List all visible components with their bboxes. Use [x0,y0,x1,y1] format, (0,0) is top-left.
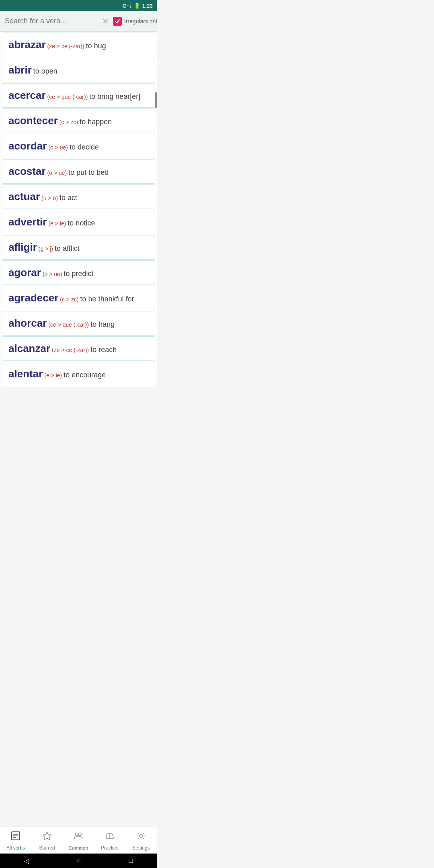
verb-translation: to act [59,194,77,202]
battery-icon: 🔋 [134,3,140,9]
clear-search-icon[interactable]: ✕ [102,16,109,26]
verb-item[interactable]: advertir(e > ie)to notice [2,210,155,234]
verb-item[interactable]: abrazar(ze > ce (-zar))to hug [2,33,155,57]
irregulars-filter: Irregulars only [113,17,157,26]
verb-translation: to predict [64,270,94,278]
verb-name: abrazar [8,39,46,51]
content-area: abrazar(ze > ce (-zar))to hugabrirto ope… [0,32,157,423]
verb-item[interactable]: alentar(e > ie)to encourage [2,362,155,386]
verb-translation: to open [33,67,57,76]
verb-irregularity: (ce > que (-car)) [47,94,88,100]
verb-item[interactable]: agorar(o > ue)to predict [2,260,155,285]
verb-translation: to decide [70,143,99,151]
verb-translation: to put to bed [68,168,108,177]
verb-item[interactable]: afligir(g > j)to afflict [2,235,155,260]
search-bar: ✕ Irregulars only [0,11,157,32]
verb-translation: to reach [90,346,117,354]
verb-translation: to encourage [63,371,106,379]
verb-item[interactable]: actuar(u > ú)to act [2,184,155,209]
verb-name: alentar [8,368,43,380]
verb-irregularity: (o > ue) [47,170,67,176]
verb-irregularity: (ce > que (-car)) [48,321,89,328]
time: 1:23 [142,3,153,9]
verb-name: agradecer [8,292,58,304]
status-icons: G↑↓ 🔋 1:23 [123,3,153,9]
verb-name: agorar [8,266,41,279]
verb-name: advertir [8,216,47,228]
scroll-indicator[interactable] [155,92,157,108]
verb-name: actuar [8,190,40,203]
verb-item[interactable]: acostar(o > ue)to put to bed [2,159,155,184]
verb-item[interactable]: abrirto open [2,58,155,82]
verb-irregularity: (o > ue) [48,144,68,151]
verb-translation: to be thankful for [80,295,134,303]
irregulars-label: Irregulars only [124,18,157,25]
verb-name: acontecer [8,115,58,127]
verb-item[interactable]: agradecer(c > zc)to be thankful for [2,286,155,310]
verb-name: acercar [8,89,46,102]
verb-irregularity: (e > ie) [48,220,66,227]
verb-name: ahorcar [8,317,47,330]
verb-name: afligir [8,241,37,254]
verb-list: abrazar(ze > ce (-zar))to hugabrirto ope… [0,32,157,387]
verb-name: abrir [8,64,32,76]
verb-translation: to afflict [55,244,80,253]
verb-irregularity: (ze > ce (-zar)) [52,347,89,353]
verb-item[interactable]: ahorcar(ce > que (-car))to hang [2,311,155,336]
signal-icon: G↑↓ [123,3,132,9]
verb-irregularity: (c > zc) [59,119,78,125]
verb-translation: to hug [86,42,106,50]
verb-item[interactable]: acordar(o > ue)to decide [2,134,155,158]
verb-name: acordar [8,140,47,152]
verb-irregularity: (u > ú) [41,195,58,201]
verb-name: alcanzar [8,342,50,355]
verb-translation: to happen [80,118,112,126]
verb-irregularity: (g > j) [39,246,53,252]
verb-irregularity: (o > ue) [43,271,62,277]
verb-item[interactable]: acontecer(c > zc)to happen [2,108,155,133]
verb-translation: to bring near[er] [89,92,140,101]
verb-item[interactable]: acercar(ce > que (-car))to bring near[er… [2,83,155,108]
verb-item[interactable]: alcanzar(ze > ce (-zar))to reach [2,336,155,361]
verb-translation: to notice [68,219,95,227]
verb-translation: to hang [90,320,115,329]
search-input[interactable] [5,15,98,27]
verb-irregularity: (c > zc) [60,296,78,303]
verb-name: acostar [8,165,46,178]
status-bar: G↑↓ 🔋 1:23 [0,0,157,11]
verb-irregularity: (ze > ce (-zar)) [47,43,84,49]
verb-irregularity: (e > ie) [44,372,62,379]
irregulars-checkbox[interactable] [113,17,122,26]
